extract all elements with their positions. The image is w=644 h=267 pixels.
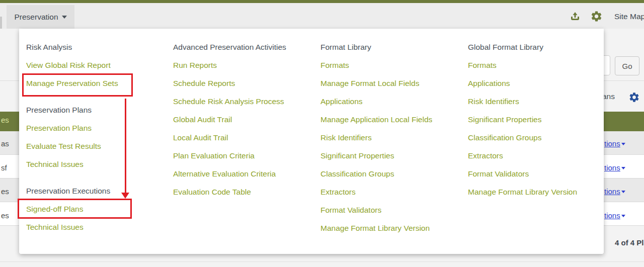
chevron-down-icon [621, 167, 625, 169]
menu-section-header: Advanced Preservation Activities [173, 42, 286, 52]
menu-item-formats[interactable]: Formats [320, 60, 432, 70]
menu-section-header: Global Format Library [468, 42, 577, 52]
menu-item-run-reports[interactable]: Run Reports [173, 60, 286, 70]
menu-item-manage-format-library-version[interactable]: Manage Format Library Version [320, 223, 432, 233]
go-button[interactable]: Go [615, 56, 639, 75]
menu-item-evaluation-code-table[interactable]: Evaluation Code Table [173, 187, 286, 197]
chevron-down-icon [621, 143, 625, 145]
menu-item-preservation-plans[interactable]: Preservation Plans [26, 123, 118, 133]
table-cell-fragment: as [1, 139, 9, 148]
gear-icon-blue[interactable] [627, 91, 640, 104]
annotation-arrow-line [125, 99, 126, 193]
tab-preservation[interactable]: Preservation [7, 5, 74, 29]
highlight-box-signed-off-plans [18, 199, 132, 219]
menu-item-risk-identifiers[interactable]: Risk Identifiers [468, 97, 577, 107]
actions-menu-link[interactable]: tions [604, 211, 625, 220]
chevron-down-icon [621, 215, 625, 217]
menu-item-local-audit-trail[interactable]: Local Audit Trail [173, 133, 286, 143]
menu-item-alternative-evaluation-criteria[interactable]: Alternative Evaluation Criteria [173, 169, 286, 179]
menu-item-significant-properties[interactable]: Significant Properties [320, 151, 432, 161]
menu-column-format-library: Format Library Formats Manage Format Loc… [320, 42, 432, 241]
table-header-fragment: es [1, 116, 9, 124]
menu-item-classification-groups[interactable]: Classification Groups [320, 169, 432, 179]
page-title-fragment: ans [602, 92, 615, 101]
main-menu-bar [0, 3, 644, 29]
menu-item-plan-evaluation-criteria[interactable]: Plan Evaluation Criteria [173, 151, 286, 161]
upload-icon[interactable] [569, 10, 582, 23]
menu-item-evaluate-test-results[interactable]: Evaluate Test Results [26, 141, 118, 151]
menu-item-extractors[interactable]: Extractors [468, 151, 577, 161]
menu-column-advanced-activities: Advanced Preservation Activities Run Rep… [173, 42, 286, 205]
menu-item-extractors[interactable]: Extractors [320, 187, 432, 197]
menu-item-applications[interactable]: Applications [468, 78, 577, 88]
menu-item-schedule-reports[interactable]: Schedule Reports [173, 78, 286, 88]
menu-item-format-validators[interactable]: Format Validators [320, 205, 432, 215]
site-map-link[interactable]: Site Map [614, 12, 644, 21]
tab-preservation-label: Preservation [14, 13, 58, 22]
menu-item-global-audit-trail[interactable]: Global Audit Trail [173, 115, 286, 125]
chevron-down-icon [62, 16, 67, 19]
table-cell-fragment: es [1, 187, 9, 196]
menu-column-global-format-library: Global Format Library Formats Applicatio… [468, 42, 577, 205]
menu-item-manage-application-local-fields[interactable]: Manage Application Local Fields [320, 115, 432, 125]
actions-menu-link[interactable]: tions [604, 187, 625, 196]
menu-item-applications[interactable]: Applications [320, 97, 432, 107]
annotation-arrow-head [121, 193, 129, 199]
left-edge-element [0, 17, 2, 29]
menu-item-manage-format-library-version[interactable]: Manage Format Library Version [468, 187, 577, 197]
menu-item-risk-identifiers[interactable]: Risk Identifiers [320, 133, 432, 143]
actions-menu-link[interactable]: tions [604, 163, 625, 172]
table-cell-fragment: sf [1, 163, 7, 172]
gear-icon[interactable] [590, 10, 603, 23]
table-cell-fragment: es [1, 211, 9, 220]
menu-item-classification-groups[interactable]: Classification Groups [468, 133, 577, 143]
menu-item-view-global-risk-report[interactable]: View Global Risk Report [26, 60, 118, 70]
highlight-box-manage-preservation-sets [22, 73, 133, 97]
menu-section-header: Format Library [320, 42, 432, 52]
bottom-divider [0, 261, 644, 262]
actions-menu-link[interactable]: tions [604, 139, 625, 148]
chevron-down-icon [621, 191, 625, 193]
menu-item-manage-format-local-fields[interactable]: Manage Format Local Fields [320, 78, 432, 88]
menu-item-technical-issues[interactable]: Technical Issues [26, 222, 118, 232]
menu-item-format-validators[interactable]: Format Validators [468, 169, 577, 179]
menu-item-formats[interactable]: Formats [468, 60, 577, 70]
menu-item-schedule-risk-analysis-process[interactable]: Schedule Risk Analysis Process [173, 97, 286, 107]
menu-item-significant-properties[interactable]: Significant Properties [468, 115, 577, 125]
preservation-dropdown-panel: Risk Analysis View Global Risk Report Ma… [19, 29, 604, 254]
menu-section-header: Preservation Executions [26, 186, 118, 196]
menu-section-header: Risk Analysis [26, 42, 118, 52]
menu-item-technical-issues[interactable]: Technical Issues [26, 159, 118, 169]
menu-section-header: Preservation Plans [26, 105, 118, 115]
record-count: 4 of 4 Plan [615, 238, 644, 247]
